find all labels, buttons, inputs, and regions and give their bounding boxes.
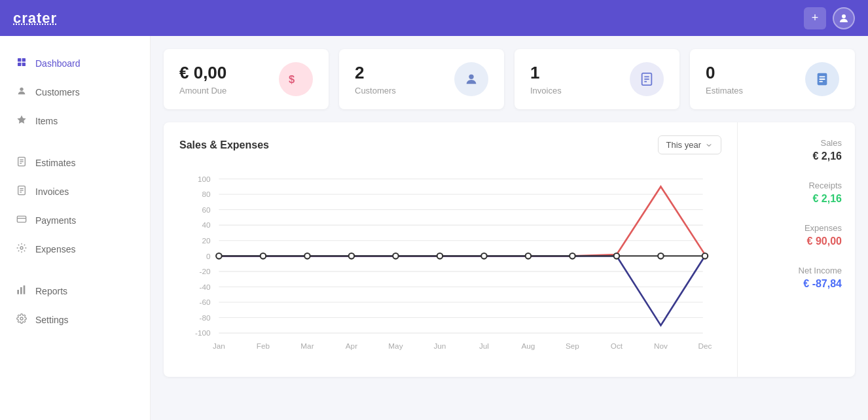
svg-marker-6 [17,115,26,124]
svg-text:$: $ [289,73,295,85]
app-body: Dashboard Customers Items Estimates Inv [0,36,868,420]
sidebar-item-payments[interactable]: Payments [0,206,150,235]
sidebar-label-dashboard: Dashboard [35,58,81,69]
chart-filter-label: This year [666,140,701,150]
chart-section: Sales & Expenses This year .grid-line { … [164,122,855,377]
svg-text:0: 0 [206,252,211,260]
svg-text:Jul: Jul [479,341,489,350]
sidebar-item-estimates[interactable]: Estimates [0,149,150,177]
svg-text:-20: -20 [200,267,211,275]
dot [702,253,708,259]
invoices-icon-wrap [630,62,664,96]
svg-rect-15 [17,216,26,222]
svg-rect-29 [819,76,825,77]
stat-cards: € 0,00 Amount Due $ 2 Customers 1 [164,49,855,109]
customers-value: 2 [355,63,396,83]
svg-rect-18 [17,290,19,294]
dot [614,253,620,259]
estimates-icon-wrap [805,62,839,96]
app-logo: crater [13,10,57,27]
chart-filter-dropdown[interactable]: This year [658,135,721,154]
stat-info-estimates: 0 Estimates [706,63,743,96]
expenses-stat-value: € 90,00 [751,236,842,247]
dot [570,253,575,259]
sales-expenses-chart: .grid-line { stroke: #e8e8e8; stroke-wid… [179,165,721,361]
sales-stat-value: € 2,16 [751,150,842,162]
stat-info-amount: € 0,00 Amount Due [179,63,226,96]
sidebar-item-items[interactable]: Items [0,107,150,135]
chart-main: Sales & Expenses This year .grid-line { … [164,122,737,377]
invoices-value: 1 [530,63,562,83]
net-income-stat-value: € -87,84 [751,278,842,290]
sidebar-item-customers[interactable]: Customers [0,78,150,107]
header-actions: + [804,7,855,29]
svg-text:40: 40 [202,220,211,229]
sidebar-label-estimates: Estimates [35,158,75,168]
svg-text:Apr: Apr [346,341,357,350]
expenses-stat-label: Expenses [751,223,842,233]
stat-card-invoices: 1 Invoices [515,49,679,109]
sidebar-item-expenses[interactable]: Expenses [0,235,150,264]
stat-card-estimates: 0 Estimates [690,49,855,109]
svg-text:80: 80 [202,190,211,198]
estimates-value: 0 [706,63,743,83]
net-income-stat: Net Income € -87,84 [751,266,842,290]
svg-point-23 [469,75,473,79]
receipts-stat-value: € 2,16 [751,193,842,205]
svg-rect-20 [24,285,26,294]
estimates-label: Estimates [706,86,743,96]
sidebar-label-items: Items [35,116,58,126]
sidebar-label-expenses: Expenses [35,244,75,254]
svg-text:100: 100 [198,175,211,183]
estimates-icon [16,156,27,169]
sidebar-item-invoices[interactable]: Invoices [0,177,150,206]
svg-text:-100: -100 [195,328,211,337]
sidebar-item-reports[interactable]: Reports [0,277,150,306]
customers-icon [16,86,27,99]
svg-rect-2 [22,58,26,61]
chart-title: Sales & Expenses [179,139,269,151]
dot [658,253,664,259]
sales-line [219,186,705,256]
chevron-down-icon [705,141,713,149]
invoices-label: Invoices [530,86,562,96]
stat-info-customers: 2 Customers [355,63,396,96]
svg-rect-30 [819,79,825,80]
expenses-stat: Expenses € 90,00 [751,223,842,247]
svg-text:May: May [388,341,403,350]
dot [304,253,310,259]
chart-stats-panel: Sales € 2,16 Receipts € 2,16 Expenses € … [737,122,855,377]
svg-rect-4 [22,63,26,66]
dot [481,253,487,259]
svg-text:Dec: Dec [698,341,712,350]
add-button[interactable]: + [804,7,826,29]
svg-rect-19 [20,287,22,294]
sidebar-label-invoices: Invoices [35,186,69,197]
dot [526,253,532,259]
svg-text:Aug: Aug [521,341,535,350]
svg-point-17 [20,247,23,249]
stat-card-customers: 2 Customers [339,49,504,109]
sidebar-label-payments: Payments [35,215,76,226]
dot [437,253,443,259]
svg-rect-1 [18,58,21,61]
items-icon [16,114,27,128]
sidebar: Dashboard Customers Items Estimates Inv [0,36,151,420]
stat-info-invoices: 1 Invoices [530,63,562,96]
customers-icon-wrap [454,62,488,96]
amount-due-icon-wrap: $ [279,62,313,96]
svg-text:Oct: Oct [611,341,623,350]
chart-svg-wrap: .grid-line { stroke: #e8e8e8; stroke-wid… [179,165,721,364]
svg-point-5 [20,88,23,91]
dot [216,253,222,259]
invoices-icon [16,185,27,198]
svg-text:Sep: Sep [566,341,579,350]
sidebar-item-dashboard[interactable]: Dashboard [0,49,150,78]
svg-text:20: 20 [202,236,211,245]
avatar[interactable] [833,7,855,29]
sidebar-item-settings[interactable]: Settings [0,306,150,334]
svg-text:60: 60 [202,205,211,214]
amount-due-value: € 0,00 [179,63,226,83]
dot [393,253,399,259]
app-header: crater + [0,0,868,36]
